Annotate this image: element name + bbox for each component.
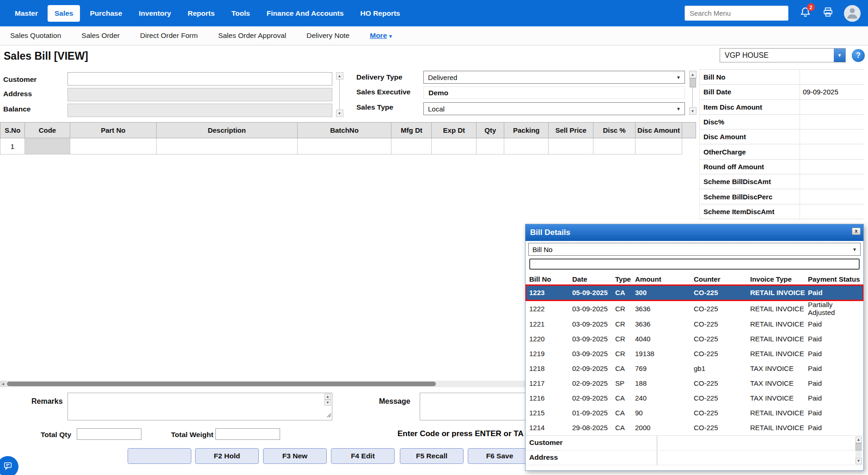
items-cell[interactable]: 1 [0,138,25,154]
scroll-track[interactable] [692,87,693,107]
scroll-thumb[interactable] [7,382,436,386]
scroll-thumb[interactable] [690,78,696,87]
subnav-item-direct-order-form[interactable]: Direct Order Form [130,31,208,40]
chevron-down-icon: ▼ [852,247,860,252]
button-f6-save[interactable]: F6 Save [468,448,532,464]
nav-item-master[interactable]: Master [8,5,45,22]
bill-filter-select[interactable]: Bill No ▼ [528,243,861,256]
bill-row-1222[interactable]: 122203-09-2025CR3636CO-225RETAIL INVOICE… [526,301,863,317]
bill-col-header-payment-status[interactable]: Payment Status [808,275,860,283]
scroll-down-icon[interactable]: ▼ [856,458,862,464]
bill-col-header-bill-no[interactable]: Bill No [529,275,572,283]
scroll-up-icon[interactable]: ▲ [689,71,697,78]
bill-col-header-date[interactable]: Date [572,275,615,283]
scroll-down-icon[interactable]: ▼ [324,400,331,406]
scroll-up-icon[interactable]: ▲ [324,394,331,400]
side-field-value[interactable] [800,174,864,189]
user-avatar[interactable] [844,5,861,22]
subnav-item-sales-quotation[interactable]: Sales Quotation [0,31,71,40]
remarks-textarea[interactable]: ▲ ▼ [67,393,332,420]
bill-row-1220[interactable]: 122003-09-2025CR4040CO-225RETAIL INVOICE… [526,332,863,346]
bill-col-header-invoice-type[interactable]: Invoice Type [750,275,808,283]
bill-cell-counter: CO-225 [694,335,750,343]
side-field-value[interactable] [800,189,864,204]
scroll-track[interactable] [339,80,340,110]
nav-item-purchase[interactable]: Purchase [83,5,129,22]
side-field-row-bill-no: Bill No [700,70,864,85]
bill-row-1217[interactable]: 121702-09-2025SP188CO-225TAX INVOICEPaid [526,376,863,391]
customer-input[interactable] [67,72,332,86]
branch-select[interactable]: VGP HOUSE ▼ [720,48,846,62]
bill-row-1218[interactable]: 121802-09-2025CA769gb1TAX INVOICEPaid [526,361,863,376]
bill-row-1219[interactable]: 121903-09-2025CR19138CO-225RETAIL INVOIC… [526,346,863,361]
bill-col-header-amount[interactable]: Amount [635,275,694,283]
scroll-track[interactable] [856,450,862,458]
scroll-left-icon[interactable]: ◄ [0,381,6,387]
chat-fab-button[interactable] [0,456,18,475]
side-field-value[interactable] [800,70,864,84]
resize-handle-icon[interactable] [326,411,331,419]
nav-item-tools[interactable]: Tools [225,5,257,22]
items-cell[interactable] [25,138,70,154]
items-table-row[interactable]: 1 [0,138,682,154]
total-qty-input[interactable] [77,428,141,440]
bill-cell-type: CA [615,364,635,372]
nav-item-finance-and-accounts[interactable]: Finance And Accounts [260,5,351,22]
bill-cell-date: 05-09-2025 [572,289,615,296]
popup-address-value[interactable] [657,450,863,465]
button-blank[interactable] [128,448,191,464]
nav-item-reports[interactable]: Reports [181,5,222,22]
sales-executive-field[interactable]: Demo [423,86,685,99]
bill-row-1221[interactable]: 122103-09-2025CR3636CO-225RETAIL INVOICE… [526,317,863,332]
subnav-item-sales-order-approval[interactable]: Sales Order Approval [208,31,296,40]
bill-cell-date: 29-08-2025 [572,424,615,432]
side-field-value[interactable] [800,204,864,219]
subnav-item-delivery-note[interactable]: Delivery Note [296,31,360,40]
side-field-value[interactable] [800,144,864,159]
form-scrollbar: ▲ ▼ [689,71,697,115]
popup-customer-value[interactable] [657,436,863,450]
items-col-header-disc: Disc % [593,123,636,138]
side-field-value[interactable] [800,115,864,129]
help-button[interactable]: ? [852,49,865,62]
button-f2-hold[interactable]: F2 Hold [195,448,259,464]
notifications-button[interactable]: 2 [800,6,811,20]
items-col-header-code: Code [25,123,70,138]
total-weight-input[interactable] [215,428,280,440]
bill-cell-type: CA [615,289,635,296]
bill-row-1214[interactable]: 121429-08-2025CA2000CO-225RETAIL INVOICE… [526,420,863,435]
bill-col-header-counter[interactable]: Counter [694,275,750,283]
side-field-value[interactable] [800,160,864,174]
button-f4-edit[interactable]: F4 Edit [331,448,395,464]
nav-item-sales[interactable]: Sales [48,5,80,22]
scroll-down-icon[interactable]: ▼ [336,110,343,117]
bill-row-1216[interactable]: 121602-09-2025CA240CO-225TAX INVOICEPaid [526,391,863,406]
nav-item-ho-reports[interactable]: HO Reports [354,5,407,22]
close-icon[interactable]: x [852,228,861,235]
items-col-header-disc-amount: Disc Amount [636,123,682,138]
scroll-up-icon[interactable]: ▲ [336,72,343,80]
scroll-down-icon[interactable]: ▼ [689,107,697,115]
button-f5-recall[interactable]: F5 Recall [400,448,464,464]
items-col-header-mfg-dt: Mfg Dt [391,123,432,138]
subnav-item-more[interactable]: More▾ [360,31,402,40]
search-input[interactable] [685,6,789,21]
side-field-value[interactable] [800,130,864,144]
delivery-type-select[interactable]: Delivered ▼ [423,71,685,84]
dialog-titlebar[interactable]: Bill Details x [526,224,863,241]
bill-search-input[interactable] [529,259,860,270]
side-field-value[interactable] [800,100,864,114]
horizontal-scrollbar[interactable]: ◄ [0,381,525,387]
bill-row-1215[interactable]: 121501-09-2025CA90CO-225RETAIL INVOICEPa… [526,406,863,420]
side-field-value[interactable]: 09-09-2025 [800,85,864,99]
bill-col-header-type[interactable]: Type [615,275,635,283]
subnav-item-sales-order[interactable]: Sales Order [71,31,130,40]
nav-item-inventory[interactable]: Inventory [132,5,178,22]
scroll-up-icon[interactable]: ▲ [856,437,862,443]
bill-row-1223[interactable]: 122305-09-2025CA300CO-225RETAIL INVOICEP… [526,285,863,301]
button-f3-new[interactable]: F3 New [263,448,327,464]
print-button[interactable] [822,6,834,20]
chevron-down-icon[interactable]: ▼ [834,49,845,62]
sales-type-select[interactable]: Local ▼ [423,102,685,115]
scroll-thumb[interactable] [856,443,862,450]
